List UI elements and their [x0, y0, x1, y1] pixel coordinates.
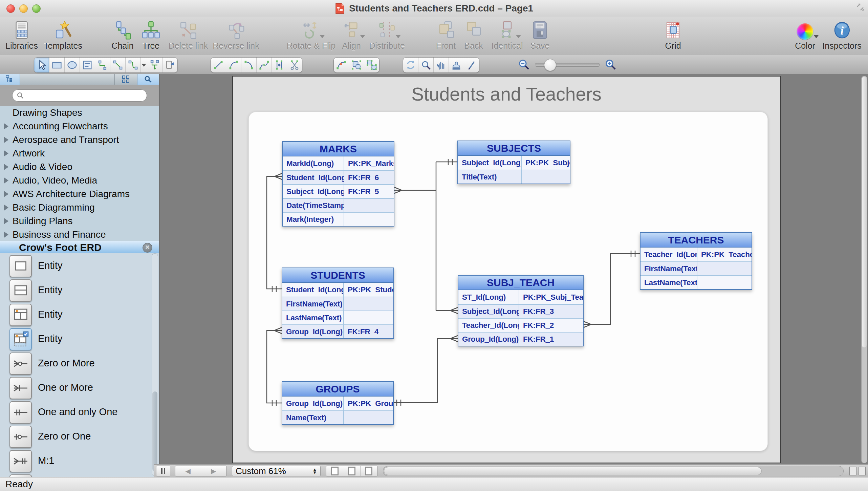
category-drawing-shapes[interactable]: Drawing Shapes — [0, 106, 159, 120]
reshape-tool[interactable] — [334, 58, 349, 72]
erd-table-groups[interactable]: GROUPS Group_Id(Long)PK:PK_GroupsName(Te… — [282, 381, 394, 425]
stencil-one-and-only-one[interactable]: One and only One — [0, 400, 159, 425]
ungroup-tool[interactable] — [364, 58, 379, 72]
category-building-plans[interactable]: Building Plans — [0, 214, 159, 228]
libraries-button[interactable]: Libraries — [5, 19, 38, 51]
zoom-tool[interactable] — [418, 58, 434, 72]
horizontal-scrollbar[interactable] — [383, 466, 844, 476]
back-icon — [464, 21, 483, 40]
expand-triangle-icon[interactable] — [4, 150, 8, 156]
erd-key-cell — [344, 213, 394, 226]
templates-button[interactable]: Templates — [44, 19, 82, 51]
expand-triangle-icon[interactable] — [4, 205, 8, 211]
smart-connector-tool[interactable] — [95, 58, 110, 72]
expand-triangle-icon[interactable] — [4, 232, 8, 238]
magnifier-icon — [420, 59, 432, 71]
sidebar-scrollbar[interactable] — [152, 253, 158, 476]
view-mode-2[interactable] — [343, 466, 360, 476]
color-button[interactable]: Color — [795, 19, 815, 51]
category-artwork[interactable]: Artwork — [0, 147, 159, 160]
vertical-scrollbar[interactable] — [861, 76, 867, 463]
zoom-slider[interactable] — [535, 63, 600, 67]
stencil-zero-or-one[interactable]: Zero or One — [0, 425, 159, 449]
horizontal-scrollbar-thumb[interactable] — [384, 467, 762, 475]
expand-triangle-icon[interactable] — [4, 218, 8, 224]
split-tool[interactable] — [287, 58, 302, 72]
expand-triangle-icon[interactable] — [4, 137, 8, 143]
erd-key-cell: FK:FR_6 — [344, 171, 394, 184]
close-panel-button[interactable]: ✕ — [143, 243, 152, 253]
arc-tool[interactable] — [226, 58, 241, 72]
rectangle-icon — [51, 59, 63, 71]
view-mode-1[interactable] — [326, 466, 343, 476]
direct-connector-tool[interactable] — [110, 58, 126, 72]
ellipse-tool[interactable] — [65, 58, 80, 72]
page-tabs-button[interactable] — [156, 466, 170, 476]
erd-table-subj-teach[interactable]: SUBJ_TEACH ST_Id(Long)PK:PK_Subj_TeachSu… — [458, 275, 584, 346]
text-tool[interactable] — [80, 58, 95, 72]
library-panel-header[interactable]: Crow's Foot ERD ✕ — [0, 241, 159, 254]
stencil-entity-1[interactable]: Entity — [0, 254, 159, 278]
expand-triangle-icon[interactable] — [4, 177, 8, 184]
zoom-stepper-icon[interactable]: ▲▼ — [312, 468, 317, 474]
grid-button[interactable]: Grid — [663, 19, 683, 51]
stamp-tool[interactable] — [449, 58, 464, 72]
inspectors-button[interactable]: i Inspectors — [822, 19, 861, 51]
mirror-tool[interactable] — [272, 58, 287, 72]
stencil-m1[interactable]: M:1 — [0, 449, 159, 473]
category-aws-architecture[interactable]: AWS Architecture Diagrams — [0, 187, 159, 201]
search-view-button[interactable] — [137, 74, 159, 85]
grid-view-icon — [122, 75, 130, 83]
connector-dropdown[interactable] — [141, 58, 147, 72]
select-tool[interactable] — [34, 58, 49, 72]
erd-table-subjects[interactable]: SUBJECTS Subject_Id(Long)PK:PK_SubjectsT… — [457, 141, 570, 184]
diagram-title[interactable]: Students and Teachers — [411, 83, 602, 105]
curved-connector-tool[interactable] — [126, 58, 141, 72]
next-page-button[interactable]: ▶ — [201, 466, 226, 476]
zoom-level-select[interactable]: Custom 61% ▲▼ — [232, 466, 321, 476]
stencil-one-or-more[interactable]: One or More — [0, 376, 159, 400]
zoom-in-icon[interactable] — [605, 59, 617, 71]
erd-table-teachers[interactable]: TEACHERS Teacher_Id(Long)PK:PK_TeachersF… — [640, 232, 752, 290]
tree-connector-tool[interactable] — [147, 58, 162, 72]
expand-triangle-icon[interactable] — [4, 164, 8, 170]
style-transfer-tool[interactable] — [464, 58, 479, 72]
chain-button[interactable]: Chain — [111, 19, 133, 51]
expand-triangle-icon[interactable] — [4, 123, 8, 129]
pan-tool[interactable] — [434, 58, 449, 72]
category-aerospace-transport[interactable]: Aerospace and Transport — [0, 133, 159, 147]
category-accounting-flowcharts[interactable]: Accounting Flowcharts — [0, 120, 159, 133]
search-field[interactable] — [12, 89, 147, 102]
grid-view-button[interactable] — [114, 74, 137, 85]
zoom-out-icon[interactable] — [518, 59, 530, 71]
spline-tool[interactable] — [257, 58, 272, 72]
rectangle-tool[interactable] — [49, 58, 65, 72]
prev-page-button[interactable]: ◀ — [175, 466, 201, 476]
disconnect-tool[interactable] — [162, 58, 177, 72]
vertical-scrollbar-thumb[interactable] — [862, 77, 867, 347]
fullscreen-icon[interactable] — [856, 3, 865, 12]
tree-view-button[interactable] — [0, 74, 20, 85]
line-tool[interactable] — [211, 58, 226, 72]
category-audio-video[interactable]: Audio & Video — [0, 160, 159, 174]
refresh-tool[interactable] — [403, 58, 418, 72]
tree-button[interactable]: Tree — [141, 19, 161, 51]
sidebar-scrollbar-thumb[interactable] — [152, 391, 157, 471]
erd-table-students[interactable]: STUDENTS Student_Id(Long)PK:PK_StudentsF… — [282, 268, 394, 339]
category-business-finance[interactable]: Business and Finance — [0, 228, 159, 241]
zoom-slider-knob[interactable] — [544, 59, 556, 71]
search-input[interactable] — [27, 90, 143, 101]
expand-triangle-icon[interactable] — [4, 191, 8, 197]
category-basic-diagramming[interactable]: Basic Diagramming — [0, 201, 159, 214]
erd-table-marks[interactable]: MARKS MarkId(Long)PK:PK_MarksStudent_Id(… — [282, 141, 394, 227]
stencil-zero-or-more[interactable]: Zero or More — [0, 351, 159, 376]
stencil-entity-3[interactable]: Entity — [0, 303, 159, 327]
arc2-tool[interactable] — [241, 58, 257, 72]
stencil-entity-2[interactable]: Entity — [0, 278, 159, 303]
refresh-icon — [405, 59, 416, 71]
sidebar-header — [0, 74, 159, 85]
category-audio-video-media[interactable]: Audio, Video, Media — [0, 174, 159, 187]
view-mode-3[interactable] — [361, 466, 377, 476]
stencil-entity-4-selected[interactable]: Entity — [0, 327, 159, 351]
group-tool[interactable] — [349, 58, 364, 72]
